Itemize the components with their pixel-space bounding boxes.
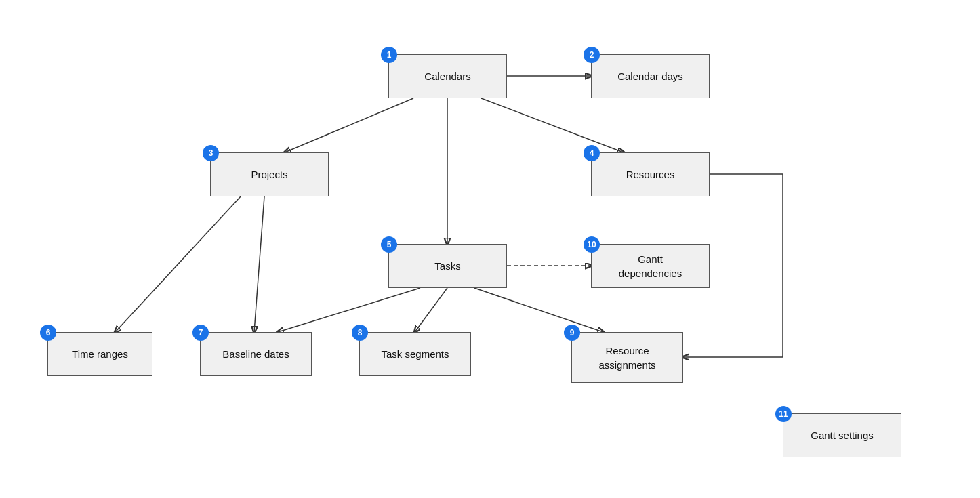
node-11: 11Gantt settings xyxy=(783,413,901,457)
node-1: 1Calendars xyxy=(388,54,507,98)
svg-line-8 xyxy=(474,288,603,332)
node-3: 3Projects xyxy=(210,152,329,196)
badge-9: 9 xyxy=(564,325,580,341)
badge-6: 6 xyxy=(40,325,56,341)
badge-11: 11 xyxy=(775,406,792,422)
svg-line-7 xyxy=(415,288,447,332)
node-label-5: Tasks xyxy=(434,259,460,273)
diagram-container: 1Calendars2Calendar days3Projects4Resour… xyxy=(0,0,980,498)
badge-4: 4 xyxy=(584,145,600,161)
badge-8: 8 xyxy=(352,325,368,341)
node-6: 6Time ranges xyxy=(47,332,152,376)
svg-line-1 xyxy=(285,98,413,152)
svg-line-3 xyxy=(481,98,624,152)
node-8: 8Task segments xyxy=(359,332,471,376)
node-label-8: Task segments xyxy=(381,347,449,361)
badge-5: 5 xyxy=(381,236,397,253)
node-5: 5Tasks xyxy=(388,244,507,288)
badge-2: 2 xyxy=(584,47,600,63)
node-label-10: Gantt dependencies xyxy=(619,252,682,281)
node-9: 9Resource assignments xyxy=(571,332,683,383)
badge-1: 1 xyxy=(381,47,397,63)
node-label-4: Resources xyxy=(626,167,675,182)
node-label-3: Projects xyxy=(251,167,287,182)
node-label-9: Resource assignments xyxy=(598,344,655,372)
node-4: 4Resources xyxy=(591,152,710,196)
node-label-6: Time ranges xyxy=(72,347,128,361)
badge-3: 3 xyxy=(203,145,219,161)
badge-7: 7 xyxy=(192,325,209,341)
svg-line-4 xyxy=(115,196,241,332)
node-label-2: Calendar days xyxy=(617,69,683,83)
node-label-11: Gantt settings xyxy=(811,428,874,442)
badge-10: 10 xyxy=(584,236,600,253)
node-7: 7Baseline dates xyxy=(200,332,312,376)
svg-line-5 xyxy=(254,196,264,332)
node-10: 10Gantt dependencies xyxy=(591,244,710,288)
node-2: 2Calendar days xyxy=(591,54,710,98)
svg-line-6 xyxy=(278,288,420,332)
node-label-7: Baseline dates xyxy=(222,347,289,361)
node-label-1: Calendars xyxy=(424,69,470,83)
